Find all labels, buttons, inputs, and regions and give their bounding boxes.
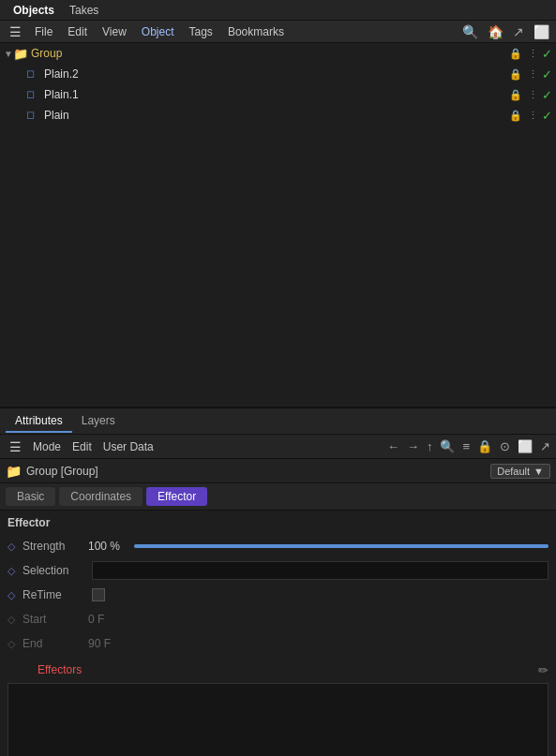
start-row: ◇ Start 0 F [8,608,548,630]
subtab-coordinates[interactable]: Coordinates [59,487,143,506]
tree-item-plain[interactable]: ◻ Plain 🔒 ⋮ ✓ [0,105,556,126]
group-path-bar: 📁 Group [Group] Default ▼ [0,459,556,483]
layer-icon-plain2: ◻ [26,67,41,81]
search2-icon[interactable]: 🔍 [438,439,457,453]
group-folder-icon: 📁 [6,464,22,479]
menu-bar: ☰ File Edit View Object Tags Bookmarks 🔍… [0,21,556,43]
effectors-header: Effectors ✏ [8,659,548,681]
tree-item-plain1[interactable]: ◻ Plain.1 🔒 ⋮ ✓ [0,84,556,105]
tree-item-plain2[interactable]: ◻ Plain.2 🔒 ⋮ ✓ [0,64,556,84]
home-icon[interactable]: 🏠 [485,24,506,39]
dot-icon-group[interactable]: ⋮ [526,48,540,60]
end-label: End [23,637,88,650]
back-icon[interactable]: ← [385,439,401,453]
group-dropdown-arrow: ▼ [533,466,544,477]
bottom-toolbar: ☰ Mode Edit User Data ← → ↑ 🔍 ≡ 🔒 ⊙ ⬜ ↗ [0,435,556,459]
toolbar-userdata[interactable]: User Data [98,438,159,455]
selection-row: ◇ Selection [8,559,548,582]
dot-icon-plain[interactable]: ⋮ [526,110,540,122]
selection-diamond[interactable]: ◇ [8,565,23,577]
top-bar: Objects Takes [0,0,556,21]
strength-value: 100 % [88,540,130,553]
objects-panel: ▼ 📁 Group 🔒 ⋮ ✓ ◻ Plain.2 🔒 ⋮ ✓ ◻ Plain.… [0,43,556,408]
check-icon-group[interactable]: ✓ [542,47,552,61]
toolbar-mode[interactable]: Mode [27,438,67,455]
tab-attributes[interactable]: Attributes [6,410,72,433]
window2-icon[interactable]: ⬜ [516,439,534,453]
menu-hamburger-icon[interactable]: ☰ [4,22,27,41]
lock-icon-plain2[interactable]: 🔒 [507,68,524,81]
toolbar-right-icons: ← → ↑ 🔍 ≡ 🔒 ⊙ ⬜ ↗ [385,439,552,453]
effector-panel: Effector ◇ Strength 100 % ◇ Selection ◇ … [0,511,556,756]
strength-diamond[interactable]: ◇ [8,541,23,553]
effectors-label: Effectors [38,663,103,676]
selection-field[interactable] [92,561,548,580]
selection-label: Selection [23,564,88,577]
menu-view[interactable]: View [95,23,134,40]
subtab-basic[interactable]: Basic [6,487,55,506]
group-dropdown[interactable]: Default ▼ [490,464,550,479]
menu-object[interactable]: Object [134,23,182,40]
tab-layers[interactable]: Layers [72,410,125,433]
forward-icon[interactable]: → [405,439,421,453]
sub-tabs: Basic Coordinates Effector [0,483,556,511]
tab-objects[interactable]: Objects [6,2,62,19]
retime-label: ReTime [23,588,88,601]
strength-slider-fill [134,544,548,548]
dot-icon-plain2[interactable]: ⋮ [526,68,540,81]
retime-row: ◇ ReTime [8,584,548,606]
layer-icon-plain: ◻ [26,109,41,122]
menu-right-icons: 🔍 🏠 ↗ ⬜ [459,24,552,39]
lock-icon-plain1[interactable]: 🔒 [507,89,524,101]
up-icon[interactable]: ↑ [425,439,435,453]
folder-icon-group: 📁 [13,47,28,60]
dot-icon-plain1[interactable]: ⋮ [526,89,540,101]
effectors-area: Effectors ✏ .... [8,659,548,756]
end-diamond[interactable]: ◇ [8,638,23,650]
tree-label-plain: Plain [44,109,507,122]
lock2-icon[interactable]: 🔒 [475,439,494,453]
end-value: 90 F [88,637,130,650]
start-diamond[interactable]: ◇ [8,614,23,626]
group-path-label: Group [Group] [26,465,490,478]
toolbar-edit[interactable]: Edit [67,438,98,455]
expand2-icon[interactable]: ↗ [538,439,552,453]
check-icon-plain1[interactable]: ✓ [542,88,552,102]
retime-checkbox[interactable] [92,588,105,601]
menu-edit[interactable]: Edit [60,23,95,40]
bottom-panel-tabs: Attributes Layers [0,408,556,435]
tree-controls-plain: 🔒 ⋮ ✓ [507,109,552,123]
expand-icon[interactable]: ↗ [510,24,527,39]
tree-item-group[interactable]: ▼ 📁 Group 🔒 ⋮ ✓ [0,43,556,64]
tree-controls-group: 🔒 ⋮ ✓ [507,47,552,61]
menu-bookmarks[interactable]: Bookmarks [220,23,292,40]
tree-controls-plain1: 🔒 ⋮ ✓ [507,88,552,102]
effectors-box[interactable] [8,683,548,756]
lock-icon-group[interactable]: 🔒 [507,48,524,60]
strength-slider[interactable] [134,544,548,548]
tree-arrow-group: ▼ [4,49,13,59]
tree-controls-plain2: 🔒 ⋮ ✓ [507,67,552,82]
target-icon[interactable]: ⊙ [498,439,512,453]
effectors-edit-icon[interactable]: ✏ [538,663,548,677]
window-icon[interactable]: ⬜ [531,24,552,39]
end-row: ◇ End 90 F [8,632,548,655]
filter-icon[interactable]: ≡ [460,439,472,453]
check-icon-plain[interactable]: ✓ [542,109,552,123]
tree-label-plain1: Plain.1 [44,88,507,101]
tree-label-plain2: Plain.2 [44,67,507,81]
menu-tags[interactable]: Tags [182,23,220,40]
start-value: 0 F [88,613,130,626]
search-icon[interactable]: 🔍 [459,24,481,39]
layer-icon-plain1: ◻ [26,88,41,101]
retime-diamond[interactable]: ◇ [8,589,23,601]
tree-label-group: Group [31,47,507,60]
group-dropdown-label: Default [497,466,530,477]
toolbar-hamburger-icon[interactable]: ☰ [4,437,27,456]
subtab-effector[interactable]: Effector [146,487,207,506]
strength-row: ◇ Strength 100 % [8,535,548,557]
check-icon-plain2[interactable]: ✓ [542,67,552,82]
menu-file[interactable]: File [27,23,60,40]
lock-icon-plain[interactable]: 🔒 [507,110,524,122]
tab-takes[interactable]: Takes [62,2,106,19]
